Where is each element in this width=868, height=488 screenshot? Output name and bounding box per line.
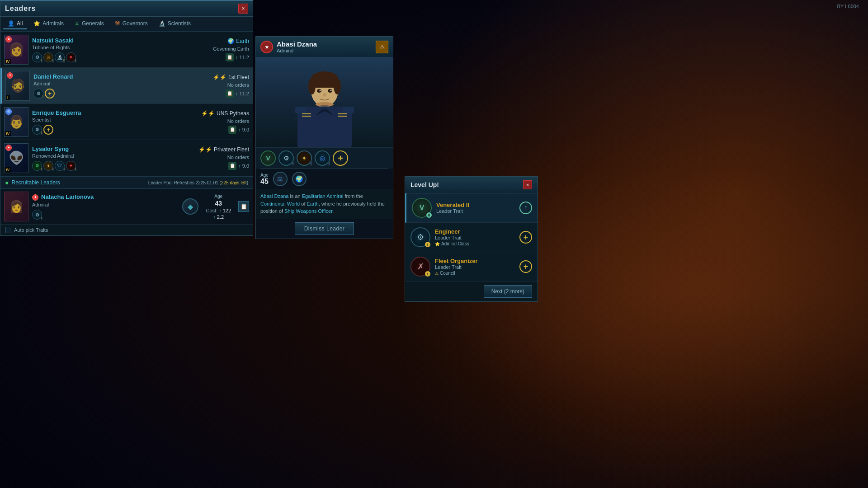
svg-point-17	[330, 90, 331, 91]
tab-governors[interactable]: 🏛 Governors	[110, 19, 152, 29]
auto-pick-checkbox[interactable]	[5, 227, 11, 233]
add-trait-button[interactable]: +	[45, 89, 55, 99]
list-item[interactable]: 🧔 I ✦ Daniel Renard Admiral ⚙I + ⚡⚡ 1st …	[0, 68, 253, 104]
leader-xp: ↑ 9.0	[238, 163, 249, 169]
trait-icon: ⚙I	[32, 125, 42, 135]
recruitable-title: ● Recruitable Leaders	[5, 179, 60, 186]
detail-name-block: Abasi Dzana Admiral	[277, 40, 372, 53]
detail-trait-bar: V ⚙ I ✦ I ◎ I +	[256, 147, 393, 169]
assignment-action: No orders	[227, 82, 249, 88]
tab-scientists[interactable]: 🔬 Scientists	[154, 19, 195, 29]
leader-traits: ⚙I ⚔I 🔬II ♥I	[32, 52, 191, 62]
trait-icon: ⚙I	[33, 89, 43, 99]
leader-assignment: ⚡⚡ 1st Fleet No orders 📋 ↑ 11.2	[195, 74, 249, 98]
tab-generals[interactable]: ⚔ Generals	[70, 19, 108, 29]
leader-info: Lysalor Syng Renowned Admiral ⚙I ♦I 🛡I ♥…	[32, 145, 191, 171]
next-btn-row: Next (2 more)	[405, 282, 538, 301]
leader-traits: ⚙I +	[33, 89, 191, 99]
list-item[interactable]: 👩 IV ★ Natsuki Sasaki Tribune of Rights …	[0, 32, 253, 68]
character-portrait-svg	[288, 57, 361, 147]
leader-name: Natsuki Sasaki	[32, 37, 191, 44]
svg-rect-7	[338, 113, 347, 114]
pool-refresh: Leader Pool Refreshes 2225.01.01 (225 da…	[148, 180, 248, 185]
recruit-info: ✦ Natacha Larlonova Admiral ⚙I	[32, 193, 179, 220]
recruit-item[interactable]: 👩 ✦ Natacha Larlonova Admiral ⚙I ◆ Age 4…	[0, 189, 253, 225]
assignment-location: ⚡⚡ 1st Fleet	[213, 74, 249, 80]
leader-xp: ↑ 9.0	[238, 127, 249, 132]
add-trait-button[interactable]: +	[43, 125, 53, 135]
admiral-icon: ⭐	[33, 20, 40, 27]
tab-admirals[interactable]: ⭐ Admirals	[29, 19, 68, 29]
svg-point-13	[334, 78, 341, 94]
next-button[interactable]: Next (2 more)	[484, 285, 532, 298]
assignment-location: ⚡⚡ UNS Pytheas	[201, 110, 249, 117]
assignment-location: ⚡⚡ Privateer Fleet	[198, 146, 249, 153]
leader-list: 👩 IV ★ Natsuki Sasaki Tribune of Rights …	[0, 32, 253, 176]
trait-option-info: Venerated II Leader Trait	[436, 202, 515, 215]
levelup-close-button[interactable]: ×	[523, 180, 532, 189]
auto-pick-row: Auto pick Traits	[0, 225, 253, 235]
level-badge: I	[425, 242, 430, 247]
leader-traits: ⚙I +	[32, 125, 191, 135]
stat-icon-planet[interactable]: 🌍	[292, 172, 307, 186]
svg-rect-4	[343, 107, 354, 113]
leader-info: Daniel Renard Admiral ⚙I +	[33, 73, 191, 99]
level-badge: I	[425, 271, 430, 277]
detail-leader-role: Admiral	[277, 48, 372, 53]
detail-trait-3: ✦ I	[297, 150, 312, 166]
recruit-age-cost: Age 43 Cost: ↑ 122 ↑ 2.2	[206, 194, 231, 220]
trait-icon: ⚙I	[32, 52, 42, 62]
leader-role: Admiral	[33, 81, 191, 86]
leaders-close-button[interactable]: ×	[238, 4, 248, 14]
governor-icon: 🏛	[115, 20, 120, 27]
recruit-portrait: 👩	[4, 192, 28, 221]
levelup-panel: Level Up! × V II Venerated II Leader Tra…	[405, 176, 538, 302]
trait-option-fleet-organizer[interactable]: ✗ I Fleet Organizer Leader Trait ⚠ Counc…	[405, 252, 538, 282]
detail-stats: Age 45 ⚖ 🌍	[256, 169, 393, 189]
levelup-title: Level Up!	[410, 181, 439, 188]
leader-role: Renowned Admiral	[32, 153, 191, 159]
fleet-organizer-trait-icon: ✗ I	[410, 257, 430, 277]
tab-all[interactable]: 👤 All	[3, 19, 27, 29]
detail-trait-engineer: ⚙ I	[278, 150, 294, 166]
engineer-trait-icon: ⚙ I	[410, 227, 430, 247]
trait-icon: 🛡I	[55, 161, 65, 171]
leader-role: Scientist	[32, 117, 191, 122]
trait-icon: ♦I	[43, 161, 53, 171]
dismiss-leader-button[interactable]: Dismiss Leader	[295, 222, 354, 235]
trait-icon: ⚙I	[32, 210, 42, 220]
trait-option-venerated[interactable]: V II Venerated II Leader Trait ↑	[405, 193, 538, 223]
svg-rect-3	[295, 107, 307, 113]
recruit-name: Natacha Larlonova	[41, 193, 94, 200]
assignment-action: No orders	[227, 118, 249, 124]
all-icon: 👤	[8, 20, 14, 27]
trait-option-class: ⭐ Admiral Class	[435, 241, 515, 246]
leader-name: Lysalor Syng	[32, 145, 191, 152]
select-fleet-organizer-button[interactable]: +	[519, 260, 532, 273]
trait-icon: ⚔I	[43, 52, 53, 62]
trait-option-engineer[interactable]: ⚙ I Engineer Leader Trait ⭐ Admiral Clas…	[405, 223, 538, 252]
leader-portrait: 👩 IV ★	[4, 35, 28, 65]
trait-icon: ♥I	[66, 52, 76, 62]
detail-faction-icon: ★	[260, 41, 273, 53]
status-icon: 📋	[228, 162, 236, 170]
detail-alert-icon: ⚠	[376, 41, 388, 53]
svg-point-16	[319, 90, 321, 91]
select-venerated-button[interactable]: ↑	[519, 202, 532, 214]
recruit-status-icon: 📋	[238, 201, 249, 212]
svg-point-18	[323, 93, 326, 97]
list-item[interactable]: 👨 IV ◎ Enrique Esguerra Scientist ⚙I + ⚡…	[0, 104, 253, 140]
list-item[interactable]: 👽 IV ✦ Lysalor Syng Renowned Admiral ⚙I …	[0, 140, 253, 176]
leaders-title: Leaders	[5, 5, 36, 13]
venerated-trait-icon: V II	[412, 198, 432, 218]
select-engineer-button[interactable]: +	[519, 231, 532, 244]
leader-portrait: 👨 IV ◎	[4, 107, 28, 137]
stat-icon-balance[interactable]: ⚖	[273, 172, 288, 186]
detail-panel: ★ Abasi Dzana Admiral ⚠	[255, 36, 393, 239]
trait-option-type: Leader Trait	[435, 235, 515, 240]
add-trait-detail-button[interactable]: +	[333, 150, 348, 166]
status-icon: 📋	[228, 126, 236, 134]
leader-info: Enrique Esguerra Scientist ⚙I +	[32, 109, 191, 135]
levelup-header: Level Up! ×	[405, 177, 538, 193]
leader-portrait: 👽 IV ✦	[4, 143, 28, 173]
